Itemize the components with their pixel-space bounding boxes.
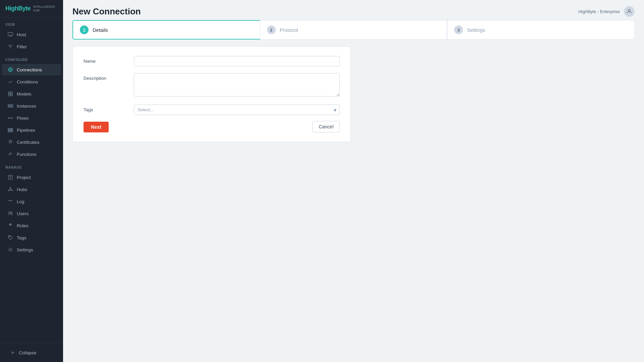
wizard-step-2[interactable]: 2 Protocol [260, 20, 447, 40]
sidebar-item-filter-label: Filter [17, 44, 27, 49]
collapse-button[interactable]: Collapse [4, 347, 59, 358]
step-3-number: 3 [454, 25, 463, 34]
description-input[interactable] [134, 73, 340, 97]
svg-rect-14 [8, 175, 12, 179]
sidebar-item-models-label: Models [17, 92, 32, 97]
sidebar-item-models[interactable]: Models [2, 88, 61, 100]
page-title: New Connection [72, 6, 141, 17]
step-2-label: Protocol [280, 27, 298, 33]
sidebar-item-pipelines-label: Pipelines [17, 128, 35, 133]
sidebar-bottom: Collapse [0, 343, 63, 362]
svg-rect-12 [8, 130, 13, 131]
description-control [134, 73, 340, 98]
sidebar-item-log[interactable]: Log [2, 196, 61, 207]
sidebar-item-roles[interactable]: Roles [2, 220, 61, 231]
step-1-label: Details [93, 27, 108, 33]
sidebar-item-settings[interactable]: Settings [2, 244, 61, 255]
tags-icon [7, 235, 13, 241]
sidebar-item-hubs-label: Hubs [17, 187, 28, 192]
sidebar-item-instances[interactable]: Instances [2, 100, 61, 112]
main-content: New Connection HighByte - Enterprise 1 D… [63, 0, 644, 362]
svg-point-1 [8, 68, 12, 72]
description-label: Description [84, 73, 127, 81]
sidebar-item-functions[interactable]: Functions [2, 148, 61, 160]
sidebar-item-log-label: Log [17, 199, 24, 204]
tags-control: Select... ▾ [134, 105, 340, 115]
hubs-icon [7, 186, 13, 192]
monitor-icon [7, 32, 13, 38]
svg-point-22 [10, 249, 11, 251]
sidebar-item-connections-label: Connections [17, 67, 42, 72]
sidebar-item-functions-label: Functions [17, 152, 37, 157]
log-icon [7, 198, 13, 204]
sidebar-item-tags-label: Tags [17, 235, 26, 240]
sidebar-item-instances-label: Instances [17, 104, 36, 109]
form-content: Name Description Tags Select... [63, 46, 644, 362]
sidebar-item-roles-label: Roles [17, 223, 29, 228]
sidebar-item-flows[interactable]: Flows [2, 112, 61, 124]
models-icon [7, 91, 13, 97]
sidebar-item-tags[interactable]: Tags [2, 232, 61, 243]
certificates-icon [7, 139, 13, 145]
enterprise-label: HighByte - Enterprise [578, 9, 620, 14]
functions-icon [7, 151, 13, 157]
sidebar-item-connections[interactable]: Connections [2, 64, 61, 75]
tags-select[interactable]: Select... [134, 105, 340, 115]
users-icon [7, 210, 13, 217]
name-row: Name [84, 56, 340, 66]
sidebar-item-certificates[interactable]: Certificates [2, 136, 61, 148]
svg-rect-6 [11, 94, 12, 96]
logo-text: HighByte [5, 5, 31, 12]
svg-rect-8 [8, 106, 13, 107]
flows-icon [7, 115, 13, 121]
project-icon [7, 174, 13, 180]
wizard-step-1[interactable]: 1 Details [72, 20, 260, 40]
svg-rect-4 [11, 92, 12, 94]
step-2-number: 2 [267, 25, 276, 34]
roles-icon [7, 223, 13, 229]
cancel-button[interactable]: Cancel [312, 121, 340, 132]
form-actions: Next [84, 122, 340, 132]
sidebar-item-project[interactable]: Project [2, 172, 61, 183]
sidebar-item-users[interactable]: Users [2, 208, 61, 219]
tags-row: Tags Select... ▾ [84, 105, 340, 115]
form-card: Name Description Tags Select... [72, 46, 351, 142]
header-right: HighByte - Enterprise [578, 6, 635, 17]
sidebar: HighByte IntelligenceHub VIEW Host Filte… [0, 0, 63, 362]
user-avatar-button[interactable] [624, 6, 635, 17]
sidebar-item-pipelines[interactable]: Pipelines [2, 124, 61, 136]
sidebar-item-host[interactable]: Host [2, 29, 61, 40]
conditions-icon [7, 79, 13, 85]
name-input[interactable] [134, 56, 340, 66]
manage-section-label: MANAGE [0, 160, 63, 171]
svg-point-19 [9, 212, 11, 214]
wizard-steps: 1 Details 2 Protocol 3 Settings [63, 20, 644, 40]
svg-point-9 [8, 118, 9, 119]
name-control [134, 56, 340, 66]
svg-point-17 [12, 190, 12, 191]
sidebar-item-settings-label: Settings [17, 247, 33, 252]
collapse-icon [9, 350, 15, 356]
wizard-step-3[interactable]: 3 Settings [447, 20, 635, 40]
sidebar-item-hubs[interactable]: Hubs [2, 184, 61, 195]
tags-label: Tags [84, 105, 127, 112]
svg-rect-5 [8, 94, 10, 96]
sidebar-item-users-label: Users [17, 211, 29, 216]
sidebar-item-project-label: Project [17, 175, 31, 180]
svg-point-23 [628, 9, 630, 11]
svg-rect-11 [8, 128, 13, 129]
next-button[interactable]: Next [84, 122, 109, 132]
svg-rect-13 [8, 131, 13, 132]
sidebar-item-certificates-label: Certificates [17, 140, 40, 145]
svg-point-18 [8, 190, 9, 191]
sidebar-item-conditions[interactable]: Conditions [2, 76, 61, 87]
collapse-label: Collapse [19, 350, 37, 355]
svg-rect-3 [8, 92, 10, 94]
view-section-label: VIEW [0, 17, 63, 28]
sidebar-logo: HighByte IntelligenceHub [0, 0, 63, 17]
sidebar-item-host-label: Host [17, 32, 26, 37]
filter-icon [7, 44, 13, 50]
connections-icon [7, 67, 13, 73]
sidebar-item-filter[interactable]: Filter [2, 41, 61, 52]
svg-rect-7 [8, 105, 13, 106]
